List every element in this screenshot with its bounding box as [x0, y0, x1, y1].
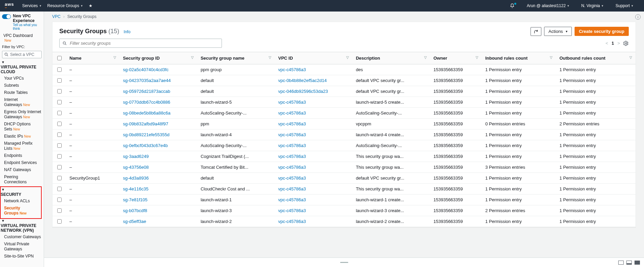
- sort-icon[interactable]: ▽: [629, 56, 632, 59]
- column-header[interactable]: Description▽: [352, 52, 430, 64]
- row-checkbox[interactable]: [57, 208, 62, 213]
- vpc-filter-select[interactable]: Select a VPC: [2, 51, 42, 58]
- cell-vpc-link[interactable]: vpc-c45786a3: [278, 143, 306, 148]
- sidebar-item[interactable]: DHCP Options SetsNew: [0, 121, 44, 133]
- aws-logo[interactable]: aws ⌣: [5, 3, 14, 9]
- cell-vpc-link[interactable]: vpc-0b4b88e2ef5ac2d14: [278, 78, 327, 83]
- sort-icon[interactable]: ▽: [113, 56, 116, 59]
- sort-icon[interactable]: ▽: [550, 56, 553, 59]
- table-row[interactable]: –sg-08bede5b8b6a88c6aAutoScaling-Securit…: [53, 108, 636, 119]
- cell-sgid-link[interactable]: sg-4e116c35: [123, 186, 148, 191]
- breadcrumb-root[interactable]: VPC: [52, 14, 61, 19]
- pin-icon[interactable]: ★: [89, 3, 92, 8]
- row-checkbox[interactable]: [57, 100, 62, 104]
- cell-sgid-link[interactable]: sg-4d3a8936: [123, 176, 149, 181]
- sort-icon[interactable]: ▽: [269, 56, 271, 59]
- cell-sgid-link[interactable]: sg-3aad6249: [123, 154, 149, 159]
- sidebar-item[interactable]: Managed Prefix ListsNew: [0, 140, 44, 152]
- sidebar-item[interactable]: Site-to-Site VPN: [0, 253, 44, 260]
- sidebar-item[interactable]: Route Tables: [0, 89, 44, 96]
- row-checkbox[interactable]: [57, 176, 62, 180]
- table-row[interactable]: SecurityGroup1sg-4d3a8936defaultvpc-c457…: [53, 173, 636, 184]
- sort-icon[interactable]: ▽: [191, 56, 194, 59]
- table-row[interactable]: –sg-02a5c40740c4cd3fcppm groupvpc-c45786…: [53, 64, 636, 75]
- cell-sgid-link[interactable]: sg-09b832afbd9a48f97: [123, 121, 168, 126]
- cell-vpc-link[interactable]: vpc-c45786a3: [278, 208, 306, 213]
- layout-icon-3[interactable]: [635, 261, 640, 265]
- cell-vpc-link[interactable]: vpc-c45786a3: [278, 67, 306, 72]
- row-checkbox[interactable]: [57, 198, 62, 202]
- table-row[interactable]: –sg-b07bcdf8launch-wizard-3vpc-c45786a3l…: [53, 205, 636, 216]
- sidebar-item[interactable]: Endpoint Services: [0, 159, 44, 166]
- sidebar-item[interactable]: Elastic IPsNew: [0, 133, 44, 140]
- row-checkbox[interactable]: [57, 154, 62, 159]
- cell-sgid-link[interactable]: sg-d5eff3ae: [123, 219, 146, 224]
- cell-vpc-link[interactable]: vpc-c45786a3: [278, 165, 306, 170]
- page-prev-button[interactable]: <: [606, 41, 608, 46]
- sidebar-item[interactable]: NAT Gateways: [0, 166, 44, 173]
- sort-icon[interactable]: ▽: [346, 56, 349, 59]
- row-checkbox[interactable]: [57, 89, 62, 94]
- cell-vpc-link[interactable]: vpc-c45786a3: [278, 186, 306, 191]
- bottom-panel[interactable]: [44, 258, 644, 267]
- row-checkbox[interactable]: [57, 132, 62, 137]
- cell-vpc-link[interactable]: vpc-c45786a3: [278, 219, 306, 224]
- sidebar-item[interactable]: Network ACLs: [0, 198, 44, 205]
- cell-sgid-link[interactable]: sg-04237035a2aa7ae44: [123, 78, 171, 83]
- layout-icon-2[interactable]: [626, 261, 632, 265]
- cell-vpc-link[interactable]: vpc-c45786a3: [278, 110, 306, 116]
- layout-icon-1[interactable]: [618, 261, 624, 265]
- table-row[interactable]: –sg-0bd89221efe55355dlaunch-wizard-4vpc-…: [53, 129, 636, 140]
- cell-vpc-link[interactable]: vpc-c45786a3: [278, 176, 306, 181]
- info-panel-button[interactable]: i: [635, 14, 641, 20]
- actions-button[interactable]: Actions: [544, 27, 572, 36]
- resize-grip-icon[interactable]: [340, 262, 348, 263]
- table-row[interactable]: –sg-059726d21873accabdefaultvpc-046db925…: [53, 86, 636, 97]
- cell-sgid-link[interactable]: sg-7e81f105: [123, 197, 147, 202]
- table-scroll[interactable]: Name▽Security group ID▽Security group na…: [53, 52, 636, 227]
- table-row[interactable]: –sg-d5eff3aelaunch-wizard-2vpc-c45786a3l…: [53, 216, 636, 227]
- filter-input[interactable]: [69, 40, 219, 46]
- nav-account[interactable]: Arun @ aliastest1122 ▾: [527, 3, 569, 8]
- cell-sgid-link[interactable]: sg-0efbcf043d3c67e4b: [123, 143, 168, 148]
- column-header[interactable]: Outbound rules count▽: [556, 52, 636, 64]
- row-checkbox[interactable]: [57, 122, 62, 126]
- section-collapse-icon[interactable]: ▼: [0, 219, 44, 223]
- panel-info-link[interactable]: Info: [124, 29, 130, 34]
- sort-icon[interactable]: ▽: [476, 56, 478, 59]
- settings-button[interactable]: [623, 41, 629, 46]
- cell-vpc-link[interactable]: vpc-046db92596c53da23: [278, 89, 328, 94]
- sidebar-item[interactable]: Peering Connections: [0, 173, 44, 186]
- cell-vpc-link[interactable]: vpc-c45786a3: [278, 121, 306, 126]
- vpc-dashboard-link[interactable]: VPC Dashboard New: [0, 31, 44, 44]
- row-checkbox[interactable]: [57, 67, 62, 72]
- sort-icon[interactable]: ▽: [424, 56, 427, 59]
- table-row[interactable]: –sg-7e81f105launch-wizard-1vpc-c45786a3l…: [53, 194, 636, 205]
- cell-sgid-link[interactable]: sg-02a5c40740c4cd3fc: [123, 67, 168, 72]
- row-checkbox[interactable]: [57, 78, 62, 83]
- create-security-group-button[interactable]: Create security group: [575, 27, 629, 36]
- cell-sgid-link[interactable]: sg-43756e08: [123, 165, 149, 170]
- nav-resource-groups[interactable]: Resource Groups ▾: [47, 3, 83, 8]
- filter-box[interactable]: [59, 39, 222, 48]
- column-header[interactable]: Name▽: [66, 52, 120, 64]
- column-header[interactable]: Security group name▽: [197, 52, 275, 64]
- sidebar-item[interactable]: Endpoints: [0, 152, 44, 159]
- select-all-checkbox[interactable]: [57, 56, 62, 60]
- cell-sgid-link[interactable]: sg-059726d21873accab: [123, 89, 170, 94]
- sidebar-item[interactable]: Egress Only Internet GatewaysNew: [0, 108, 44, 121]
- nav-region[interactable]: N. Virginia ▾: [581, 3, 603, 8]
- sidebar-item[interactable]: Security GroupsNew: [0, 205, 44, 217]
- sidebar-item[interactable]: Internet GatewaysNew: [0, 96, 44, 108]
- cell-vpc-link[interactable]: vpc-c45786a3: [278, 132, 306, 137]
- table-row[interactable]: –sg-4e116c35CloudCheckr Cost and ...vpc-…: [53, 184, 636, 194]
- sidebar-item[interactable]: Customer Gateways: [0, 233, 44, 241]
- sidebar-item[interactable]: Virtual Private Gateways: [0, 241, 44, 253]
- row-checkbox[interactable]: [57, 219, 62, 224]
- table-row[interactable]: –sg-04237035a2aa7ae44defaultvpc-0b4b88e2…: [53, 75, 636, 86]
- cell-sgid-link[interactable]: sg-b07bcdf8: [123, 208, 147, 213]
- section-collapse-icon[interactable]: ▼: [0, 188, 44, 191]
- cell-sgid-link[interactable]: sg-0bd89221efe55355d: [123, 132, 169, 137]
- row-checkbox[interactable]: [57, 165, 62, 169]
- page-next-button[interactable]: >: [617, 41, 620, 46]
